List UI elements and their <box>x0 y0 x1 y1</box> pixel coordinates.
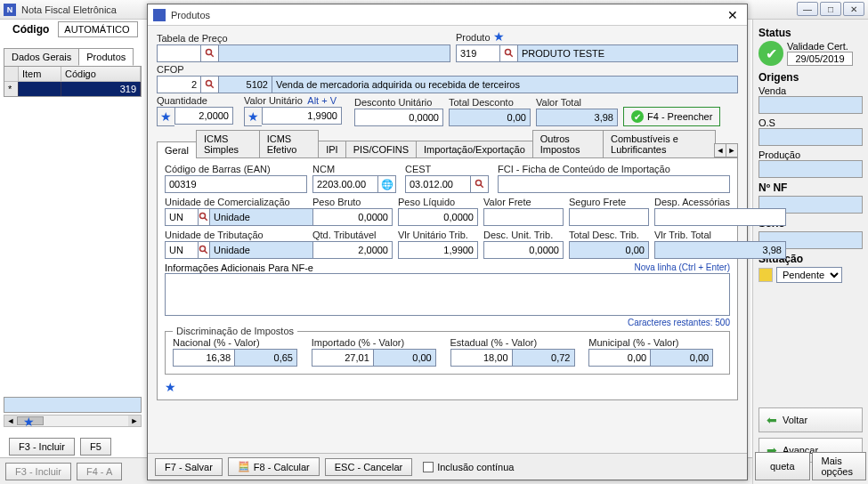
desconto-unitario-input[interactable] <box>354 109 443 126</box>
tab-dados-gerais[interactable]: Dados Gerais <box>4 48 79 66</box>
esc-cancelar-button[interactable]: ESC - Cancelar <box>325 458 412 476</box>
scroll-left-button[interactable]: ◄ <box>4 415 17 426</box>
cfop-search-icon[interactable] <box>201 76 219 93</box>
svg-line-7 <box>210 54 213 57</box>
valor-unitario-input[interactable] <box>262 107 342 125</box>
grid-row[interactable]: * 319 <box>4 82 141 96</box>
dialog-title: Produtos <box>171 10 210 20</box>
unid-trib-code[interactable] <box>165 241 199 259</box>
codigo-value[interactable]: AUTOMÁTICO <box>58 21 138 37</box>
dialog-close-button[interactable]: ✕ <box>724 8 742 22</box>
tab-ipi[interactable]: IPI <box>318 141 345 157</box>
tab-scroll-right[interactable]: ► <box>726 143 738 157</box>
venda-input[interactable] <box>758 96 863 114</box>
valor-total-value <box>536 109 618 126</box>
desp-acess-input[interactable] <box>654 208 786 226</box>
items-grid: Item Código * 319 <box>4 66 142 97</box>
qtd-trib-input[interactable] <box>312 241 393 259</box>
produto-code[interactable] <box>456 44 500 62</box>
producao-input[interactable] <box>758 160 863 178</box>
desc-unit-trib-input[interactable] <box>483 241 564 259</box>
cfop-a[interactable] <box>157 76 201 93</box>
grid-row-selector-header <box>4 67 19 82</box>
f3-incluir-inner-button[interactable]: F3 - Incluir <box>9 438 75 456</box>
grid-col-codigo[interactable]: Código <box>61 67 141 82</box>
validade-cert-date[interactable] <box>787 52 853 66</box>
close-window-button[interactable]: ✕ <box>843 2 864 16</box>
quantidade-input[interactable] <box>174 107 233 125</box>
svg-point-6 <box>206 50 211 55</box>
tab-combustiveis[interactable]: Combustíveis e Lubrificantes <box>603 130 716 157</box>
valor-frete-input[interactable] <box>483 208 564 226</box>
produto-search-icon[interactable] <box>500 44 518 62</box>
cest-input[interactable] <box>405 175 471 193</box>
svg-point-16 <box>200 246 206 252</box>
seguro-frete-input[interactable] <box>569 208 649 226</box>
ncm-browser-icon[interactable]: 🌐 <box>378 175 396 193</box>
f8-calcular-button[interactable]: 🧮F8 - Calcular <box>228 457 320 476</box>
tabela-preco-desc <box>219 44 450 62</box>
tab-icms-simples[interactable]: ICMS Simples <box>196 130 260 157</box>
tabela-preco-code[interactable] <box>157 44 201 62</box>
tabela-preco-search-icon[interactable] <box>201 44 219 62</box>
dialog-titlebar: Produtos ✕ <box>148 4 747 26</box>
tab-geral[interactable]: Geral <box>157 141 197 158</box>
os-input[interactable] <box>758 128 863 146</box>
ean-input[interactable] <box>165 175 307 193</box>
disc-nacional-pct[interactable] <box>173 349 235 367</box>
disc-estadual-pct[interactable] <box>450 349 513 367</box>
scroll-right-button[interactable]: ► <box>128 415 141 426</box>
situacao-select[interactable]: Pendente <box>776 267 842 283</box>
seguro-frete-label: Seguro Frete <box>569 197 649 207</box>
unid-trib-search-icon[interactable] <box>199 241 210 259</box>
info-adic-textarea[interactable] <box>165 273 730 316</box>
tab-scroll-left[interactable]: ◄ <box>714 143 726 157</box>
mais-opcoes-button[interactable]: Mais opções <box>812 452 867 480</box>
tab-outros-impostos[interactable]: Outros Impostos <box>532 130 604 157</box>
tab-pis-cofins[interactable]: PIS/COFINS <box>345 141 417 157</box>
scroll-thumb[interactable]: ★ <box>17 416 44 425</box>
fci-input[interactable] <box>498 175 730 193</box>
vlr-unit-trib-input[interactable] <box>398 241 478 259</box>
qtd-trib-label: Qtd. Tributável <box>312 230 393 240</box>
f7-salvar-button[interactable]: F7 - Salvar <box>155 458 223 476</box>
peso-bruto-input[interactable] <box>312 208 393 226</box>
f4-preencher-button[interactable]: ✔ F4 - Preencher <box>623 107 720 126</box>
valor-frete-label: Valor Frete <box>483 197 564 207</box>
produto-desc <box>518 44 738 62</box>
unid-comerc-code[interactable] <box>165 208 199 226</box>
grid-hscroll[interactable]: ◄ ★ ► <box>4 415 142 427</box>
grid-col-item[interactable]: Item <box>19 67 61 82</box>
tabela-preco-label: Tabela de Preço <box>157 33 450 44</box>
disc-importado-pct[interactable] <box>312 349 374 367</box>
svg-line-17 <box>205 251 207 254</box>
grid-cell-codigo: 319 <box>61 82 141 96</box>
cest-search-icon[interactable] <box>471 175 489 193</box>
tab-produtos[interactable]: Produtos <box>78 48 134 66</box>
f3-incluir-button[interactable]: F3 - Incluir <box>5 463 71 480</box>
disc-importado-label: Importado (% - Valor) <box>312 337 445 348</box>
star-icon: ★ <box>157 107 174 126</box>
svg-line-13 <box>480 185 483 188</box>
discriminacao-impostos-box: Discriminação de Impostos Nacional (% - … <box>165 331 730 375</box>
minimize-button[interactable]: — <box>797 2 818 16</box>
maximize-button[interactable]: □ <box>820 2 841 16</box>
ncm-input[interactable] <box>312 175 378 193</box>
etiqueta-button[interactable]: queta <box>755 452 810 480</box>
peso-liquido-input[interactable] <box>398 208 478 226</box>
voltar-button[interactable]: ⬅Voltar <box>758 407 863 432</box>
ncm-label: NCM <box>312 164 400 174</box>
disc-municipal-pct[interactable] <box>588 349 651 367</box>
svg-line-11 <box>210 85 213 88</box>
tab-icms-efetivo[interactable]: ICMS Efetivo <box>259 130 320 157</box>
tab-importacao-exportacao[interactable]: Importação/Exportação <box>416 141 533 157</box>
unid-comerc-search-icon[interactable] <box>199 208 210 226</box>
inclusao-continua-check[interactable]: Inclusão contínua <box>423 462 514 472</box>
star-icon: ★ <box>23 415 35 429</box>
quantidade-label: Quantidade <box>157 95 239 106</box>
star-icon: ★ <box>493 29 505 44</box>
f4-a-button[interactable]: F4 - A <box>77 463 122 480</box>
disc-nacional-label: Nacional (% - Valor) <box>173 337 306 348</box>
f5-inner-button[interactable]: F5 <box>80 438 111 456</box>
svg-point-12 <box>475 181 481 186</box>
